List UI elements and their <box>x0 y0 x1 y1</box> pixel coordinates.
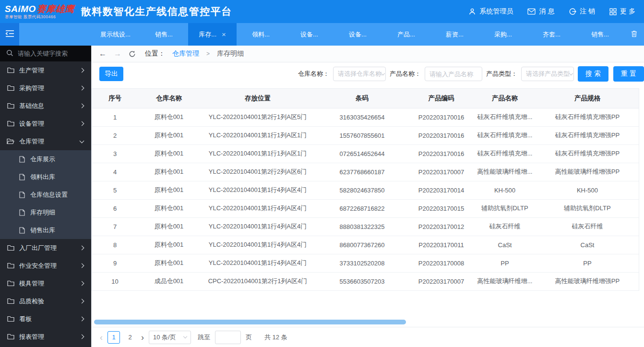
tab-3[interactable]: 库存...× <box>188 23 237 46</box>
sidebar-subitem-3[interactable]: 仓库信息设置 <box>0 186 91 203</box>
table-row[interactable]: 5原料仓001YLC-20220104001第1行4列A区4门582802463… <box>92 181 639 199</box>
refresh-icon[interactable] <box>129 50 136 58</box>
table-cell: CaSt <box>536 236 639 254</box>
chevron-right-icon <box>80 299 84 304</box>
sidebar-item-8[interactable]: 模具管理 <box>0 275 91 292</box>
sidebar-item-9[interactable]: 品质检验 <box>0 292 91 310</box>
warehouse-select[interactable]: 请选择仓库名称 <box>333 67 386 81</box>
table-header-row: 序号仓库名称存放位置条码产品编码产品名称产品规格 <box>92 89 639 108</box>
prev-page-button[interactable]: ‹ <box>100 333 103 342</box>
tab-7[interactable]: 产品... <box>382 23 430 46</box>
sidebar-item-5[interactable]: 仓库管理 <box>0 132 91 150</box>
logo: SAiMO赛摩雄鹰 赛摩智能 股票代码300466 <box>5 4 74 19</box>
page-button-1[interactable]: 1 <box>107 331 120 344</box>
table-cell: 2 <box>92 126 138 144</box>
breadcrumb-parent-link[interactable]: 仓库管理 <box>172 49 199 58</box>
table-cell: 7 <box>92 217 138 236</box>
sidebar-item-4[interactable]: 设备管理 <box>0 115 91 132</box>
forward-icon[interactable]: → <box>114 50 121 58</box>
tab-label: 薪资... <box>446 30 464 39</box>
filter-toolbar: 导出 仓库名称： 请选择仓库名称 产品名称： 产品类型： 请选择产品类型 搜 索 <box>92 62 644 85</box>
menu-fold-button[interactable] <box>0 23 19 46</box>
scrollbar-thumb[interactable] <box>94 320 406 324</box>
logout-button[interactable]: 注 销 <box>569 7 595 16</box>
folder-icon <box>7 85 14 91</box>
sidebar-item-11[interactable]: 报表管理 <box>0 328 91 346</box>
tab-10[interactable]: 齐套... <box>527 23 576 46</box>
chevron-right-icon <box>80 281 84 286</box>
sidebar-item-6[interactable]: 入厂出厂管理 <box>0 239 91 257</box>
sidebar-subitem-label: 库存明细 <box>30 208 55 217</box>
sidebar-item-10[interactable]: 看板 <box>0 310 91 328</box>
product-type-select[interactable]: 请选择产品类型 <box>521 67 574 81</box>
table-cell: 原料仓001 <box>138 199 200 217</box>
tab-5[interactable]: 设备... <box>285 23 334 46</box>
back-icon[interactable]: ← <box>99 50 107 58</box>
table-row[interactable]: 1原料仓001YLC-20220104001第2行1列A区5门316303542… <box>92 108 639 126</box>
sidebar-item-2[interactable]: 采购管理 <box>0 79 91 97</box>
grid-button[interactable]: 更 多 <box>609 7 635 16</box>
tab-4[interactable]: 领料... <box>237 23 285 46</box>
table-row[interactable]: 7原料仓001YLC-20220104001第1行4列A区4门888038132… <box>92 217 639 236</box>
table-cell: 3163035426654 <box>315 108 409 126</box>
app-window: SAiMO赛摩雄鹰 赛摩智能 股票代码300466 散料数智化生产线信息管控平台… <box>0 0 644 347</box>
close-all-tabs-button[interactable] <box>624 23 644 46</box>
grid-icon <box>609 8 617 15</box>
filters: 仓库名称： 请选择仓库名称 产品名称： 产品类型： 请选择产品类型 搜 索 重 … <box>298 66 644 82</box>
tab-8[interactable]: 薪资... <box>430 23 479 46</box>
sidebar-item-3[interactable]: 基础信息 <box>0 97 91 115</box>
table-cell: 硅灰石纤维填充增... <box>474 144 536 163</box>
table-row[interactable]: 3原料仓001YLC-20220104001第1行1列A区1门072651465… <box>92 144 639 163</box>
table-row[interactable]: 2原料仓001YLC-20220104001第1行1列A区1门155760785… <box>92 126 639 144</box>
table-cell: 高性能玻璃纤维增... <box>474 163 536 181</box>
trash-icon <box>631 30 637 39</box>
sidebar-item-1[interactable]: 生产管理 <box>0 61 91 79</box>
sidebar-item-label: 入厂出厂管理 <box>19 244 57 252</box>
table-cell: P202203170015 <box>409 199 474 217</box>
sidebar-subitem-1[interactable]: 仓库展示 <box>0 150 91 168</box>
table-cell: P202203170007 <box>409 163 474 181</box>
page-size-select[interactable]: 10 条/页 <box>149 331 191 344</box>
table-cell: P202203170016 <box>409 144 474 163</box>
search-button[interactable]: 搜 索 <box>578 66 608 82</box>
table-row[interactable]: 6原料仓001YLC-20220104001第1行4列A区4门687226871… <box>92 199 639 217</box>
tab-9[interactable]: 采购... <box>479 23 527 46</box>
export-button[interactable]: 导出 <box>99 67 123 81</box>
file-icon <box>18 156 26 163</box>
chevron-right-icon <box>80 121 84 126</box>
chevron-right-icon <box>80 68 84 73</box>
next-page-button[interactable]: › <box>141 333 144 342</box>
table-cell: YLC-20220104001第1行4列A区4门 <box>200 199 315 217</box>
product-name-input[interactable] <box>425 67 482 81</box>
breadcrumb-current: 库存明细 <box>217 49 244 58</box>
sidebar-subitem-2[interactable]: 领料出库 <box>0 168 91 186</box>
page-button-2[interactable]: 2 <box>124 331 136 344</box>
tab-2[interactable]: 销售... <box>140 23 188 46</box>
sidebar-item-7[interactable]: 作业安全管理 <box>0 257 91 275</box>
search-input[interactable] <box>18 50 85 57</box>
user-button[interactable]: 系统管理员 <box>468 7 513 16</box>
reset-button[interactable]: 重 置 <box>613 66 644 82</box>
table-row[interactable]: 8原料仓001YLC-20220104001第1行4列A区4门868007736… <box>92 236 639 254</box>
sidebar-subitem-4[interactable]: 库存明细 <box>0 203 91 221</box>
table-cell: 8880381322325 <box>315 217 409 236</box>
sidebar-subitem-5[interactable]: 销售出库 <box>0 221 91 239</box>
table-row[interactable]: 4原料仓001YLC-20220104001第2行2列A区6门623776866… <box>92 163 639 181</box>
warehouse-select-placeholder: 请选择仓库名称 <box>338 70 382 78</box>
table-row[interactable]: 10成品仓001CPC-20220104001第2行1列A区4门55366035… <box>92 272 639 290</box>
table-cell: 1557607855601 <box>315 126 409 144</box>
file-icon <box>18 209 26 216</box>
table-cell: 5536603507203 <box>315 272 409 290</box>
mail-button[interactable]: 消 息 <box>527 7 554 16</box>
jump-page-input[interactable] <box>215 331 241 344</box>
folder-open-icon <box>7 138 14 144</box>
table-row[interactable]: 9原料仓001YLC-20220104001第1行4列A区4门373310252… <box>92 254 639 272</box>
table-cell: P202203170007 <box>409 272 474 290</box>
tab-6[interactable]: 设备... <box>334 23 382 46</box>
close-icon[interactable]: × <box>222 31 226 38</box>
tab-11[interactable]: 销售... <box>576 23 624 46</box>
tab-1[interactable]: 展示线设... <box>91 23 140 46</box>
folder-icon <box>7 120 14 127</box>
table-cell: 原料仓001 <box>138 163 200 181</box>
submenu: 仓库展示领料出库仓库信息设置库存明细销售出库 <box>0 150 91 239</box>
